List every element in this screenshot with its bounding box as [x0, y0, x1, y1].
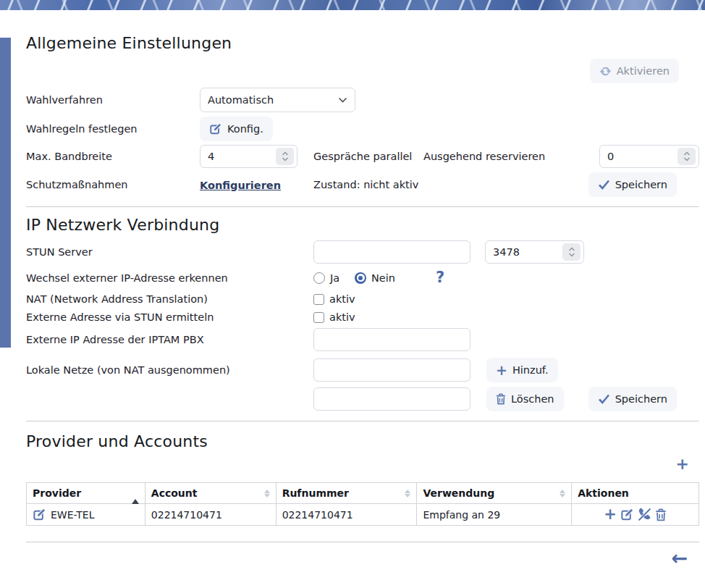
- section-title-network: IP Netzwerk Verbindung: [26, 214, 699, 236]
- divider: [26, 542, 699, 542]
- left-accent-bar: [0, 38, 11, 348]
- back-arrow-icon[interactable]: ←: [671, 548, 688, 568]
- nat-label: NAT (Network Address Translation): [26, 293, 313, 305]
- delete-network-label: Löschen: [511, 393, 554, 405]
- konfig-button[interactable]: Konfig.: [200, 117, 273, 141]
- rufnummer-cell: 02214710471: [276, 504, 417, 526]
- ausgehend-value: 0: [607, 151, 614, 162]
- row-add-icon[interactable]: +: [604, 507, 617, 522]
- account-cell: 02214710471: [145, 504, 276, 526]
- konfigurieren-link[interactable]: Konfigurieren: [200, 180, 281, 191]
- wahlverfahren-selected-value: Automatisch: [208, 94, 274, 106]
- activate-button[interactable]: Aktivieren: [590, 59, 679, 83]
- nat-checkbox[interactable]: [313, 294, 324, 305]
- wahlregeln-label: Wahlregeln festlegen: [26, 123, 200, 135]
- nat-checkbox-label: aktiv: [329, 293, 355, 305]
- wahlverfahren-label: Wahlverfahren: [26, 94, 200, 106]
- sort-asc-icon[interactable]: [132, 487, 139, 499]
- edit-provider-icon[interactable]: [33, 508, 46, 521]
- refresh-icon: [599, 65, 612, 77]
- sort-neutral-icon[interactable]: [264, 490, 270, 497]
- stun-port-input[interactable]: 3478: [485, 240, 584, 264]
- lokale-netze-input[interactable]: [313, 358, 470, 382]
- save-general-label: Speichern: [615, 179, 667, 190]
- section-title-general: Allgemeine Einstellungen: [26, 33, 699, 54]
- stun-port-spinner[interactable]: [562, 243, 581, 261]
- wechsel-ip-label: Wechsel externer IP-Adresse erkennen: [26, 272, 313, 284]
- providers-table: Provider Account Rufnummer: [26, 482, 699, 526]
- radio-ja-label: Ja: [330, 272, 355, 284]
- header-verwendung[interactable]: Verwendung: [417, 483, 572, 504]
- stun-ermitteln-checkbox-label: aktiv: [329, 311, 355, 323]
- verwendung-cell: Empfang an 29: [417, 504, 572, 526]
- header-rufnummer[interactable]: Rufnummer: [276, 483, 417, 504]
- divider: [26, 421, 699, 421]
- lokale-netze-label: Lokale Netze (von NAT ausgenommen): [26, 364, 313, 376]
- konfig-button-label: Konfig.: [227, 123, 263, 135]
- header-banner-image: [0, 0, 705, 10]
- stun-ermitteln-label: Externe Adresse via STUN ermitteln: [26, 311, 313, 323]
- bandbreite-label: Max. Bandbreite: [26, 151, 200, 162]
- ausgehend-spinner[interactable]: [677, 148, 696, 165]
- row-phone-slash-icon[interactable]: [638, 508, 651, 521]
- row-trash-icon[interactable]: [655, 508, 667, 521]
- stun-ermitteln-checkbox[interactable]: [313, 312, 324, 323]
- add-provider-icon[interactable]: +: [676, 456, 689, 472]
- edit-icon: [209, 122, 222, 135]
- stun-server-label: STUN Server: [26, 246, 313, 258]
- table-header-row: Provider Account Rufnummer: [27, 483, 699, 504]
- radio-ja[interactable]: [313, 272, 325, 284]
- add-network-button[interactable]: + Hinzuf.: [486, 358, 558, 382]
- trash-icon: [496, 393, 506, 405]
- wahlverfahren-select[interactable]: Automatisch: [200, 88, 355, 112]
- externe-ip-label: Externe IP Adresse der IPTAM PBX: [26, 334, 313, 345]
- schutz-label: Schutzmaßnahmen: [26, 179, 200, 190]
- save-network-button[interactable]: Speichern: [588, 387, 677, 411]
- sort-neutral-icon[interactable]: [560, 490, 565, 497]
- help-icon[interactable]: ?: [436, 270, 444, 285]
- page: Allgemeine Einstellungen Aktivieren Wahl…: [0, 0, 705, 588]
- zustand-text: Zustand: nicht aktiv: [313, 179, 418, 190]
- chevron-down-icon: [338, 97, 347, 103]
- header-provider[interactable]: Provider: [27, 483, 145, 504]
- ausgehend-input[interactable]: 0: [599, 145, 699, 168]
- provider-name[interactable]: EWE-TEL: [51, 509, 95, 521]
- stun-server-input[interactable]: [313, 240, 470, 264]
- header-account[interactable]: Account: [145, 483, 276, 504]
- activate-button-label: Aktivieren: [617, 65, 670, 77]
- row-edit-icon[interactable]: [620, 508, 634, 521]
- header-aktionen: Aktionen: [572, 483, 699, 504]
- lokale-netze-list[interactable]: [313, 387, 470, 411]
- delete-network-button[interactable]: Löschen: [486, 387, 564, 411]
- check-icon: [598, 180, 610, 190]
- table-row: EWE-TEL 02214710471 02214710471 Empfang …: [27, 504, 699, 526]
- radio-nein-label: Nein: [371, 272, 395, 284]
- section-title-providers: Provider und Accounts: [26, 431, 699, 453]
- save-network-label: Speichern: [615, 393, 667, 405]
- radio-nein[interactable]: [355, 272, 366, 284]
- bandbreite-input[interactable]: 4: [200, 145, 297, 168]
- externe-ip-input[interactable]: [313, 328, 470, 351]
- stun-port-value: 3478: [493, 246, 520, 258]
- check-icon: [598, 394, 610, 404]
- bandbreite-spinner[interactable]: [276, 148, 294, 165]
- gespraeche-label: Gespräche parallel: [313, 151, 423, 162]
- sort-neutral-icon[interactable]: [405, 490, 410, 497]
- add-network-label: Hinzuf.: [512, 364, 549, 376]
- divider: [26, 206, 699, 207]
- ausgehend-label: Ausgehend reservieren: [423, 151, 545, 162]
- plus-icon: +: [496, 364, 507, 377]
- bandbreite-value: 4: [208, 151, 214, 162]
- save-general-button[interactable]: Speichern: [588, 172, 677, 197]
